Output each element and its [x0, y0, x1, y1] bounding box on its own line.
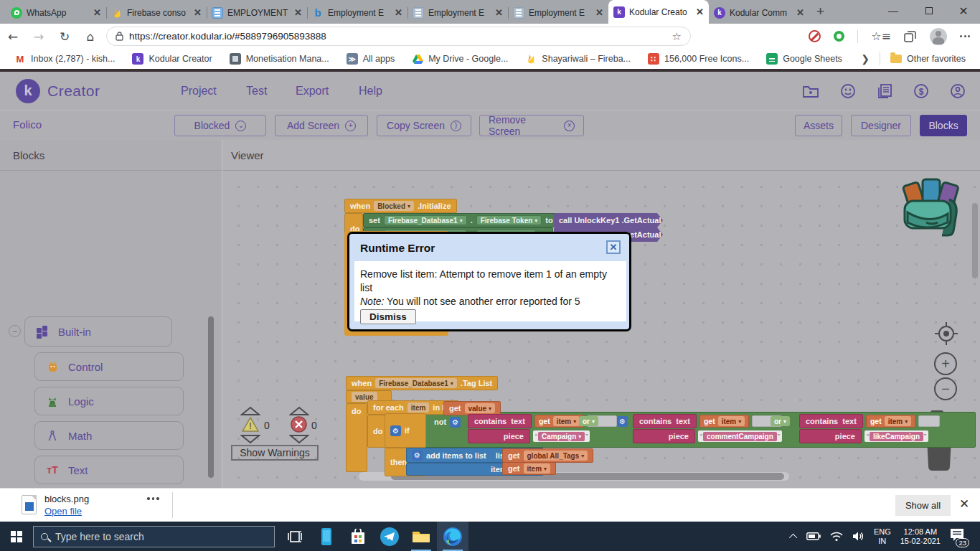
menu-export[interactable]: Export [296, 85, 329, 98]
language-indicator[interactable]: ENGIN [874, 527, 891, 546]
download-more-icon[interactable] [147, 497, 159, 500]
extension-icon[interactable] [834, 31, 844, 42]
notification-center-icon[interactable]: 23 [950, 528, 964, 545]
sidebar-item-logic[interactable]: Logic [34, 387, 184, 415]
bookmark-kodular-creator[interactable]: kKodular Creator [132, 53, 212, 65]
tab-close-icon[interactable]: ✕ [194, 7, 202, 18]
new-tab-icon[interactable]: + [816, 4, 824, 19]
blocks-button[interactable]: Blocks [920, 115, 967, 136]
tab-employment-2[interactable]: b Employment E ✕ [307, 1, 407, 24]
warning-up-arrow[interactable] [240, 406, 260, 416]
home-icon[interactable]: ⌂ [77, 29, 103, 44]
screen-selector-button[interactable]: Blocked⌄ [174, 115, 266, 136]
block-when-initialize[interactable]: when Blocked▾ .Initialize [344, 199, 457, 213]
community-face-icon[interactable] [840, 83, 856, 99]
component-dropdown[interactable]: Firebase_Database1▾ [384, 215, 467, 225]
clock[interactable]: 12:08 AM15-02-2021 [900, 527, 941, 546]
component-dropdown[interactable]: Firebase_Database1▾ [375, 378, 457, 388]
tab-close-icon[interactable]: ✕ [395, 7, 402, 18]
bookmark-monetisation[interactable]: Monetisation Mana... [230, 53, 329, 65]
tab-close-icon[interactable]: ✕ [495, 7, 503, 18]
get-var-dropdown[interactable]: global All_Tags▾ [524, 451, 588, 461]
string-socket[interactable]: “likeCampaign” [864, 430, 928, 442]
foreach-item-chip[interactable]: item [407, 402, 430, 413]
block-when-taglist[interactable]: when Firebase_Database1▾ .Tag List [346, 376, 498, 390]
block-if[interactable]: ⚙ if [385, 413, 426, 448]
account-icon[interactable] [950, 83, 966, 99]
menu-test[interactable]: Test [246, 85, 267, 98]
tab-close-icon[interactable]: ✕ [93, 7, 101, 18]
your-phone-icon[interactable] [311, 522, 342, 551]
back-icon[interactable]: ← [0, 29, 26, 44]
menu-project[interactable]: Project [181, 85, 217, 98]
remove-screen-button[interactable]: Remove Screen× [479, 115, 584, 136]
get-var-dropdown[interactable]: value▾ [465, 403, 496, 413]
task-view-icon[interactable] [279, 522, 311, 551]
add-screen-button[interactable]: Add Screen+ [275, 115, 368, 136]
bookmark-google-sheets[interactable]: Google Sheets [766, 53, 842, 65]
string-socket[interactable]: “commentCampaign” [698, 430, 782, 442]
sidebar-item-control[interactable]: Control [34, 352, 184, 381]
tab-employment-4[interactable]: Employment E ✕ [508, 1, 608, 24]
open-file-link[interactable]: Open file [44, 506, 82, 517]
tab-kodular-creator[interactable]: k Kodular Creato ✕ [608, 0, 709, 24]
block-get-item[interactable]: getitem▾ [866, 415, 915, 428]
hidden-icons-chevron[interactable] [789, 533, 797, 541]
profile-avatar[interactable] [930, 28, 947, 45]
restore-icon[interactable] [913, 0, 946, 22]
other-favorites[interactable]: Other favorites [890, 54, 966, 64]
tab-copy-icon[interactable] [904, 31, 917, 42]
viewer-vertical-scrollbar[interactable] [972, 203, 978, 278]
or-dropdown[interactable]: or▾ [579, 416, 598, 426]
block-contains-commentcampaign[interactable]: contains text getitem▾ piece “commentCam… [633, 414, 782, 443]
tab-firebase-console[interactable]: Firebase conso ✕ [106, 1, 207, 24]
show-warnings-button[interactable]: Show Warnings [231, 445, 319, 461]
zoom-out-icon[interactable]: − [934, 377, 957, 400]
block-contains-likecampaign[interactable]: contains text getitem▾ piece “likeCampai… [799, 414, 940, 443]
collapse-icon[interactable]: − [9, 325, 21, 337]
mutator-gear-icon[interactable]: ⚙ [450, 417, 461, 428]
content-blocked-icon[interactable] [809, 30, 821, 42]
mutator-gear-icon[interactable]: ⚙ [617, 416, 628, 427]
block-get-item[interactable]: getitem▾ [699, 415, 749, 428]
projects-folder-icon[interactable] [802, 84, 819, 98]
designer-button[interactable]: Designer [851, 115, 911, 136]
block-get-item[interactable]: get item▾ [502, 462, 556, 475]
download-bar-close-icon[interactable]: ✕ [959, 496, 969, 512]
sidebar-vertical-scrollbar[interactable] [208, 316, 214, 478]
sidebar-item-math[interactable]: Math [34, 421, 184, 450]
tab-whatsapp[interactable]: WhatsApp ✕ [6, 1, 106, 24]
tab-close-icon[interactable]: ✕ [796, 7, 804, 18]
volume-icon[interactable] [852, 531, 864, 542]
zoom-in-icon[interactable]: + [934, 352, 957, 375]
sidebar-builtin[interactable]: Built-in [24, 316, 172, 347]
docs-icon[interactable] [877, 83, 892, 99]
battery-icon[interactable] [806, 532, 821, 540]
component-dropdown[interactable]: Blocked▾ [374, 201, 414, 211]
settings-menu-icon[interactable] [960, 35, 970, 37]
error-up-arrow[interactable] [289, 406, 309, 416]
bookmark-all-apps[interactable]: ≫All apps [347, 53, 395, 65]
tab-close-icon[interactable]: ✕ [595, 7, 603, 18]
show-all-button[interactable]: Show all [895, 495, 951, 516]
taskbar-search-input[interactable]: Type here to search [33, 526, 275, 547]
property-dropdown[interactable]: Firebase Token▾ [476, 215, 542, 225]
microsoft-store-icon[interactable] [342, 522, 374, 551]
collections-icon[interactable]: ☆≡ [871, 29, 891, 43]
block-set-firebase-token[interactable]: set Firebase_Database1▾ . Firebase Token… [363, 213, 559, 227]
sidebar-item-text[interactable]: ᴛT Text [34, 456, 184, 484]
kodular-logo[interactable]: k [16, 79, 40, 103]
dialog-close-icon[interactable]: ✕ [606, 240, 621, 254]
menu-help[interactable]: Help [359, 85, 382, 98]
wifi-icon[interactable] [830, 532, 843, 542]
error-down-arrow[interactable] [289, 434, 309, 444]
tab-close-icon[interactable]: ✕ [696, 6, 704, 17]
block-get-item[interactable]: getitem▾ [534, 415, 584, 428]
warning-down-arrow[interactable] [240, 434, 260, 444]
earnings-icon[interactable]: $ [913, 83, 929, 99]
block-get-value[interactable]: get value▾ [443, 401, 501, 415]
block-not[interactable]: not ⚙ [429, 415, 466, 429]
bookmark-shayariwali[interactable]: Shayariwali – Fireba... [525, 53, 631, 65]
or-dropdown[interactable]: or▾ [771, 416, 790, 426]
tab-kodular-community[interactable]: k Kodular Comm ✕ [709, 1, 809, 24]
